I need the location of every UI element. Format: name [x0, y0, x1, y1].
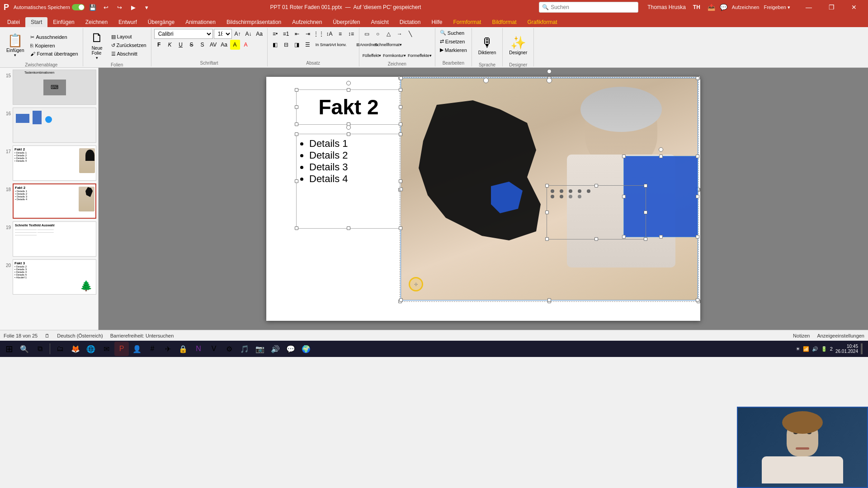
slide-thumb-17[interactable]: 17 Fakt 2 • Details 1• Details 2• Detail… [2, 145, 96, 181]
autosave-switch[interactable] [72, 4, 85, 10]
font-name-select[interactable]: Calibri [154, 29, 213, 39]
sa-handle-tc[interactable] [594, 184, 598, 188]
show-desktop-btn[interactable] [861, 343, 863, 354]
tab-zeichnen[interactable]: Zeichnen [80, 17, 113, 27]
abschnitt-btn[interactable]: ☰ Abschnitt [109, 50, 148, 58]
search-bar[interactable]: 🔍 [539, 2, 638, 13]
slide-canvas[interactable]: Fakt 2 Details 1 Details 2 Details 3 Det… [266, 77, 700, 321]
ausschneiden-btn[interactable]: ✂ Ausschneiden [28, 33, 80, 41]
blue-handle-tr[interactable] [696, 155, 699, 158]
tab-entwurf[interactable]: Entwurf [113, 17, 142, 27]
slide-thumb-19[interactable]: 19 Schnelle Textfeld Auswahl ———————— ——… [2, 221, 96, 257]
app11-btn[interactable]: 🔊 [268, 342, 283, 356]
title-textbox[interactable]: Fakt 2 [296, 89, 401, 125]
app12-btn[interactable]: 💬 [283, 342, 298, 356]
fontcolor-btn[interactable]: A [241, 40, 251, 50]
zuruecksetzen-btn[interactable]: ↺ Zurücksetzen [109, 42, 148, 49]
slide-thumb-16[interactable]: 16 [2, 108, 96, 143]
firefox-btn[interactable]: 🦊 [68, 342, 83, 356]
sa-handle-tl[interactable] [545, 184, 549, 188]
fuelleffekt-btn[interactable]: Fülleffekt▾ [362, 51, 382, 61]
app5-btn[interactable]: 🔒 [176, 342, 190, 356]
img-handle-tl[interactable] [399, 76, 403, 80]
shape-line[interactable]: ╲ [406, 29, 415, 39]
tab-ansicht[interactable]: Ansicht [365, 17, 394, 27]
powerpoint-btn[interactable]: P [114, 342, 129, 356]
format-uebertragen-btn[interactable]: 🖌 Format übertragen [28, 50, 80, 57]
qat-present[interactable]: ▶ [128, 2, 139, 13]
main-rotate-handle-left[interactable] [483, 78, 489, 83]
bullets-handle-tc[interactable] [347, 132, 350, 136]
bullets-handle-tr[interactable] [399, 132, 402, 136]
diktieren-btn[interactable]: 🎙 Diktieren [475, 29, 500, 61]
shape-circle[interactable]: ○ [373, 29, 383, 39]
slide-img-18[interactable]: Fakt 2 • Details 1• Details 2• Details 3… [13, 183, 96, 219]
slide-thumb-20[interactable]: 20 Fakt 3 • Details 2• Details 3• Detail… [2, 259, 96, 295]
slide-img-20[interactable]: Fakt 3 • Details 2• Details 3• Details 4… [13, 259, 96, 295]
slide-img-16[interactable] [13, 108, 96, 143]
tab-grafikformat[interactable]: Grafikformat [522, 17, 563, 27]
tab-start[interactable]: Start [25, 17, 47, 27]
align-justify-btn[interactable]: ☰ [303, 40, 313, 50]
title-handle-mr[interactable] [399, 105, 402, 109]
textdir-btn[interactable]: ↕A [325, 29, 335, 39]
onenote-btn[interactable]: N [191, 342, 206, 356]
slide-img-15[interactable]: ⌨ Tastenkombinationen [13, 70, 96, 105]
sa-handle-br[interactable] [644, 237, 647, 241]
shadow-btn[interactable]: S [198, 40, 208, 50]
img-handle-bc[interactable] [547, 298, 551, 302]
slide-img-19[interactable]: Schnelle Textfeld Auswahl ———————— —————… [13, 221, 96, 257]
rotate-handle-blue[interactable] [659, 147, 663, 152]
title-handle-tr[interactable] [399, 88, 402, 92]
slide-thumb-18[interactable]: 18 Fakt 2 • Details 1• Details 2• Detail… [2, 183, 96, 219]
file-explorer-btn[interactable]: 🗂 [53, 342, 67, 356]
app8-btn[interactable]: ⚙ [222, 342, 236, 356]
tab-formformat[interactable]: Formformat [448, 17, 486, 27]
highlight-btn[interactable]: A [230, 40, 240, 50]
blue-handle-bc[interactable] [659, 235, 663, 239]
minimize-btn[interactable]: — [798, 0, 819, 14]
battery-icon[interactable]: 🔋 [821, 346, 827, 352]
blue-handle-tl[interactable] [622, 155, 626, 158]
textalign-btn[interactable]: ≡ [335, 29, 345, 39]
app10-btn[interactable]: 📷 [253, 342, 267, 356]
tab-ueberpruefen[interactable]: Überprüfen [327, 17, 365, 27]
sa-handle-bl[interactable] [545, 237, 549, 241]
font-size-select[interactable]: 18 [214, 29, 232, 39]
align-left-btn[interactable]: ◧ [270, 40, 280, 50]
blue-handle-mr[interactable] [696, 195, 699, 198]
main-rotate-handle-right[interactable] [547, 78, 552, 83]
bullets-handle-tl[interactable] [295, 132, 298, 136]
align-right-btn[interactable]: ◨ [292, 40, 302, 50]
qat-redo[interactable]: ↪ [114, 2, 125, 13]
blue-handle-tc[interactable] [659, 155, 663, 158]
suchen-btn[interactable]: 🔍 Suchen [438, 29, 469, 37]
app7-btn[interactable]: V [207, 342, 221, 356]
chrome-btn[interactable]: 🌐 [84, 342, 98, 356]
app9-btn[interactable]: 🎵 [237, 342, 252, 356]
sa-handle-ml[interactable] [545, 211, 549, 214]
title-handle-ml[interactable] [295, 105, 298, 109]
qat-undo[interactable]: ↩ [101, 2, 112, 13]
qat-save[interactable]: 💾 [87, 2, 98, 13]
title-handle-br[interactable] [399, 122, 402, 126]
tab-bildschirmpraesentation[interactable]: Bildschirmpräsentation [221, 17, 287, 27]
sa-handle-tr[interactable] [644, 184, 647, 188]
neue-folie-arrow[interactable]: ▾ [96, 56, 98, 60]
close-btn[interactable]: ✕ [844, 0, 864, 14]
bullets-handle-ml[interactable] [295, 179, 298, 183]
slide-img-17[interactable]: Fakt 2 • Details 1• Details 2• Details 3… [13, 145, 96, 181]
ersetzen-btn[interactable]: ⇄ Ersetzen [438, 38, 469, 45]
title-handle-tl[interactable] [295, 88, 298, 92]
numbered-btn[interactable]: ≡1 [281, 29, 291, 39]
schnellformat-btn[interactable]: Schnellformat▾ [373, 40, 404, 50]
smartart-btn[interactable]: In SmartArt konv. [314, 40, 349, 50]
bullets-textbox[interactable]: Details 1 Details 2 Details 3 Details 4 [296, 134, 401, 229]
clock[interactable]: 10:45 26.01.2024 [835, 344, 858, 354]
bullets-handle-br[interactable] [399, 226, 402, 230]
align-center-btn[interactable]: ⊟ [281, 40, 291, 50]
strikethrough-btn[interactable]: S [187, 40, 197, 50]
start-button[interactable]: ⊞ [2, 342, 16, 356]
indent-less-btn[interactable]: ⇤ [292, 29, 302, 39]
tab-aufzeichnen[interactable]: Aufzeichnen [287, 17, 327, 27]
